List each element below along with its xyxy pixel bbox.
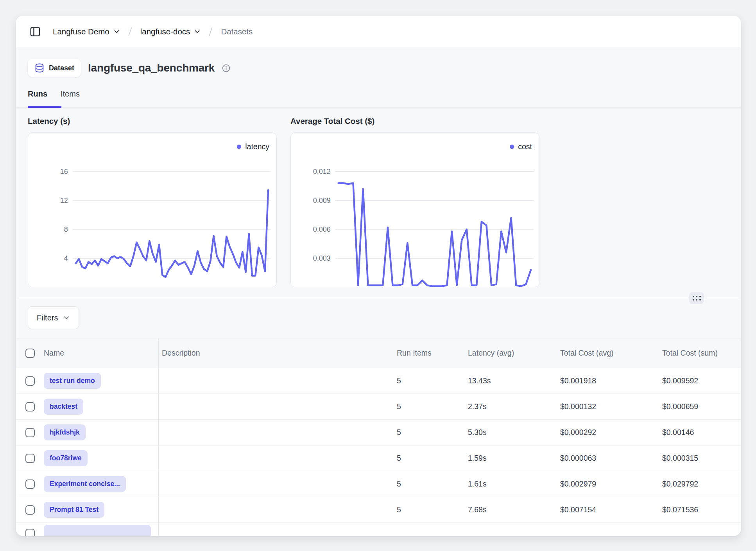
breadcrumb: Langfuse Demo langfuse-docs Datasets	[53, 27, 253, 37]
breadcrumb-org-button[interactable]: Langfuse Demo	[53, 27, 120, 36]
tabs: Runs Items	[16, 79, 741, 108]
cell-total-cost-avg: $0.001918	[560, 376, 662, 385]
cost-chart-title: Average Total Cost ($)	[290, 116, 539, 126]
cell-total-cost-avg: $0.000132	[560, 402, 662, 411]
drag-handle-button[interactable]	[689, 292, 704, 304]
run-name-badge[interactable]: foo78riwe	[44, 450, 88, 466]
table-row[interactable]: hjkfdshjk 5 5.30s $0.000292 $0.00146	[16, 419, 741, 445]
table-row[interactable]: Experiment concise... 5 1.61s $0.002979 …	[16, 471, 741, 497]
filters-button-label: Filters	[37, 313, 58, 322]
page-title: langfuse_qa_benchmark	[88, 62, 215, 74]
sidebar-panel-icon	[29, 26, 41, 38]
svg-text:0.006: 0.006	[313, 225, 331, 233]
row-checkbox[interactable]	[25, 529, 35, 536]
column-header-label: Name	[44, 349, 64, 358]
table-row[interactable]: foo78riwe 5 1.59s $0.000063 $0.000315	[16, 445, 741, 471]
latency-chart-section: Latency (s) latency 161284	[28, 116, 277, 287]
cell-latency-avg: 1.61s	[468, 479, 560, 488]
row-checkbox[interactable]	[25, 402, 35, 411]
breadcrumb-org-label: Langfuse Demo	[53, 27, 109, 36]
table-section: Filters Name Description Run Items Laten…	[16, 298, 741, 536]
column-header-latency-avg: Latency (avg)	[468, 349, 560, 358]
table-row-partial[interactable]	[16, 522, 741, 536]
latency-chart-title: Latency (s)	[28, 116, 277, 126]
cell-total-cost-sum: $0.00146	[662, 428, 741, 437]
cell-total-cost-sum: $0.071536	[662, 505, 741, 514]
svg-text:4: 4	[64, 254, 68, 262]
dataset-badge-label: Dataset	[49, 64, 74, 72]
cell-run-items: 5	[397, 454, 468, 463]
legend-dot-icon	[510, 145, 514, 149]
run-name-badge[interactable]: backtest	[44, 399, 83, 415]
breadcrumb-project-button[interactable]: langfuse-docs	[140, 27, 201, 36]
cell-run-items: 5	[397, 428, 468, 437]
charts-row: Latency (s) latency 161284 Average Total…	[16, 108, 741, 287]
sidebar-toggle-button[interactable]	[29, 26, 41, 38]
chevron-down-icon	[63, 314, 70, 321]
table-row[interactable]: test run demo 5 13.43s $0.001918 $0.0095…	[16, 368, 741, 394]
cost-chart-section: Average Total Cost ($) cost 0.0120.0090.…	[290, 116, 539, 287]
run-name-badge[interactable]	[44, 525, 151, 536]
cell-total-cost-avg: $0.007154	[560, 505, 662, 514]
cell-total-cost-avg: $0.000063	[560, 454, 662, 463]
cell-total-cost-avg: $0.000292	[560, 428, 662, 437]
content: Dataset langfuse_qa_benchmark Runs Items…	[16, 47, 741, 536]
row-checkbox[interactable]	[25, 454, 35, 463]
column-divider	[158, 338, 159, 536]
legend-label: latency	[245, 142, 269, 151]
table-row[interactable]: Prompt 81 Test 5 7.68s $0.007154 $0.0715…	[16, 497, 741, 522]
row-checkbox[interactable]	[25, 479, 35, 489]
filters-button[interactable]: Filters	[28, 306, 79, 329]
tab-items[interactable]: Items	[61, 89, 80, 107]
cell-total-cost-sum: $0.000659	[662, 402, 741, 411]
run-name-badge[interactable]: hjkfdshjk	[44, 424, 86, 440]
column-header-run-items: Run Items	[397, 349, 468, 358]
cost-chart-card: cost 0.0120.0090.0060.003	[290, 132, 539, 287]
select-all-checkbox[interactable]	[25, 349, 35, 358]
latency-chart-card: latency 161284	[28, 132, 277, 287]
chevron-down-icon	[113, 28, 120, 35]
row-checkbox[interactable]	[25, 376, 35, 386]
topbar: Langfuse Demo langfuse-docs Datasets	[16, 16, 741, 47]
breadcrumb-slash-icon	[126, 27, 134, 37]
legend-dot-icon	[237, 145, 241, 149]
svg-text:12: 12	[60, 197, 68, 204]
cell-run-items: 5	[397, 505, 468, 514]
cell-run-items: 5	[397, 479, 468, 488]
cell-total-cost-sum: $0.000315	[662, 454, 741, 463]
row-checkbox[interactable]	[25, 505, 35, 515]
cost-chart-legend: cost	[291, 133, 539, 154]
breadcrumb-project-label: langfuse-docs	[140, 27, 190, 36]
database-icon	[34, 63, 45, 73]
cell-latency-avg: 1.59s	[468, 454, 560, 463]
dataset-type-badge: Dataset	[28, 59, 81, 77]
column-header-name: Name	[16, 349, 158, 358]
legend-label: cost	[518, 142, 532, 151]
cell-run-items: 5	[397, 402, 468, 411]
row-checkbox[interactable]	[25, 428, 35, 437]
svg-text:16: 16	[60, 168, 68, 175]
svg-text:0.012: 0.012	[313, 168, 331, 175]
run-name-badge[interactable]: Prompt 81 Test	[44, 502, 104, 518]
run-name-badge[interactable]: Experiment concise...	[44, 476, 126, 492]
filters-row: Filters	[16, 298, 741, 329]
cell-total-cost-avg: $0.002979	[560, 479, 662, 488]
column-header-total-cost-sum: Total Cost (sum)	[662, 349, 741, 358]
cell-run-items: 5	[397, 376, 468, 385]
column-header-description: Description	[158, 349, 397, 358]
cost-line-chart: 0.0120.0090.0060.003	[291, 154, 539, 288]
latency-chart-legend: latency	[28, 133, 276, 154]
svg-text:0.003: 0.003	[313, 254, 331, 262]
tab-runs[interactable]: Runs	[28, 89, 47, 107]
cell-total-cost-sum: $0.029792	[662, 479, 741, 488]
cell-latency-avg: 7.68s	[468, 505, 560, 514]
cell-total-cost-sum: $0.009592	[662, 376, 741, 385]
run-name-badge[interactable]: test run demo	[44, 373, 101, 389]
table-header-row: Name Description Run Items Latency (avg)…	[16, 338, 741, 368]
info-icon[interactable]	[222, 64, 231, 73]
app-window: Langfuse Demo langfuse-docs Datasets Dat…	[16, 16, 741, 536]
breadcrumb-page-label[interactable]: Datasets	[221, 27, 253, 36]
table-row[interactable]: backtest 5 2.37s $0.000132 $0.000659	[16, 394, 741, 419]
svg-text:0.009: 0.009	[313, 197, 331, 204]
title-row: Dataset langfuse_qa_benchmark	[16, 47, 741, 77]
